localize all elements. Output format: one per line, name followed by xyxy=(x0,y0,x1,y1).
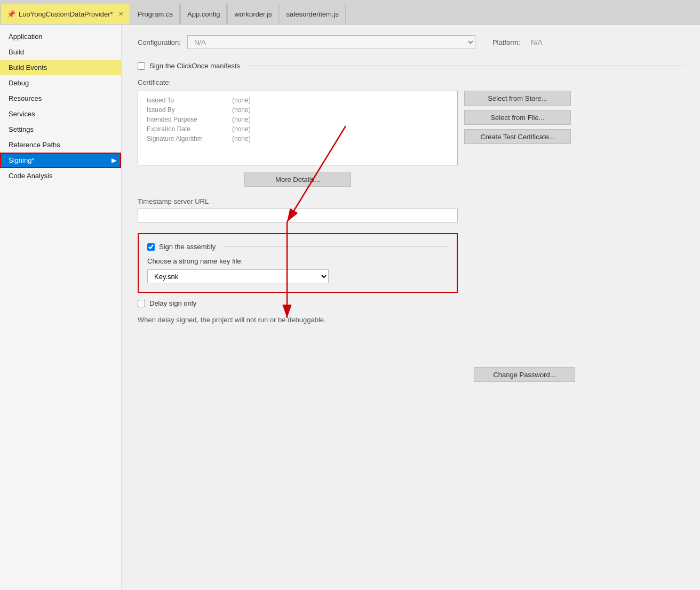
tab-appconfig[interactable]: App.config xyxy=(180,4,227,24)
configuration-select[interactable]: N/A xyxy=(187,35,475,49)
sidebar-item-application[interactable]: Application xyxy=(0,29,121,44)
cert-field-sig-algo: Signature Algorithm xyxy=(147,135,232,142)
cert-area: Issued To (none) Issued By (none) Intend… xyxy=(138,91,684,165)
content-area: Configuration: N/A Platform: N/A Sign th… xyxy=(122,25,700,590)
delay-sign-label: Delay sign only xyxy=(149,299,196,307)
select-file-button[interactable]: Select from File... xyxy=(464,110,571,125)
sign-assembly-row: Sign the assembly xyxy=(147,243,448,251)
sidebar-item-services[interactable]: Services xyxy=(0,106,121,122)
delay-sign-row: Delay sign only xyxy=(138,299,684,307)
cert-field-issued-by: Issued By xyxy=(147,106,232,114)
cert-row-sig-algo: Signature Algorithm (none) xyxy=(147,135,449,142)
cert-box: Issued To (none) Issued By (none) Intend… xyxy=(138,91,458,165)
delay-sign-section: Delay sign only When delay signed, the p… xyxy=(138,299,684,324)
tab-salesorder[interactable]: salesorderitem.js xyxy=(280,4,346,24)
sidebar-item-settings[interactable]: Settings xyxy=(0,122,121,137)
change-password-area: Change Password... xyxy=(474,367,575,382)
tab-label: salesorderitem.js xyxy=(287,10,339,18)
cert-field-intended-purpose: Intended Purpose xyxy=(147,116,232,123)
divider xyxy=(249,66,684,66)
sign-assembly-label: Sign the assembly xyxy=(159,243,216,251)
select-store-button[interactable]: Select from Store... xyxy=(464,91,571,106)
cert-value-issued-by: (none) xyxy=(232,106,251,114)
tab-luoyong[interactable]: 📌 LuoYongCustomDataProvider* ✕ xyxy=(0,4,130,24)
cert-field-expiration: Expiration Date xyxy=(147,125,232,133)
tab-bar: 📌 LuoYongCustomDataProvider* ✕ Program.c… xyxy=(0,0,700,25)
cert-value-issued-to: (none) xyxy=(232,97,251,104)
cert-label: Certificate: xyxy=(138,78,684,86)
main-layout: Application Build Build Events Debug Res… xyxy=(0,25,700,590)
tab-close-icon[interactable]: ✕ xyxy=(118,11,123,18)
more-details-row: More Details... xyxy=(138,172,458,187)
cert-row-issued-to: Issued To (none) xyxy=(147,97,449,104)
sidebar-item-debug[interactable]: Debug xyxy=(0,75,121,91)
delay-sign-note: When delay signed, the project will not … xyxy=(138,316,684,324)
sign-assembly-section: Sign the assembly Choose a strong name k… xyxy=(138,233,458,293)
platform-label: Platform: xyxy=(492,38,520,46)
tab-label: App.config xyxy=(187,10,220,18)
key-file-select[interactable]: Key.snk xyxy=(147,269,329,283)
key-dropdown-row: Key.snk xyxy=(147,269,448,283)
cert-value-intended-purpose: (none) xyxy=(232,116,251,123)
sidebar-item-code-analysis[interactable]: Code Analysis xyxy=(0,168,121,184)
sidebar: Application Build Build Events Debug Res… xyxy=(0,25,122,590)
timestamp-label: Timestamp server URL xyxy=(138,197,684,205)
tab-label: LuoYongCustomDataProvider* xyxy=(19,10,113,18)
platform-value: N/A xyxy=(531,38,543,46)
sidebar-item-build-events[interactable]: Build Events xyxy=(0,60,121,75)
choose-key-label: Choose a strong name key file: xyxy=(147,257,448,265)
sidebar-item-signing[interactable]: Signing* ▶ xyxy=(0,153,121,168)
sidebar-item-reference-paths[interactable]: Reference Paths xyxy=(0,137,121,153)
change-password-button[interactable]: Change Password... xyxy=(474,367,575,382)
sign-divider xyxy=(224,246,448,247)
sign-clickonce-row: Sign the ClickOnce manifests xyxy=(138,62,684,70)
delay-sign-checkbox[interactable] xyxy=(138,300,145,307)
timestamp-section: Timestamp server URL xyxy=(138,197,684,222)
sign-clickonce-label: Sign the ClickOnce manifests xyxy=(149,62,240,70)
config-label: Configuration: xyxy=(138,38,181,46)
tab-pin-icon: 📌 xyxy=(7,10,15,18)
certificate-section: Certificate: Issued To (none) Issued By … xyxy=(138,78,684,187)
tab-workorder[interactable]: workorder.js xyxy=(227,4,279,24)
sign-assembly-checkbox[interactable] xyxy=(147,243,155,251)
tab-program[interactable]: Program.cs xyxy=(131,4,180,24)
sidebar-item-resources[interactable]: Resources xyxy=(0,91,121,106)
cert-row-expiration: Expiration Date (none) xyxy=(147,125,449,133)
timestamp-input[interactable] xyxy=(138,209,458,222)
cert-buttons: Select from Store... Select from File...… xyxy=(464,91,571,165)
sidebar-item-build[interactable]: Build xyxy=(0,44,121,60)
cert-row-intended-purpose: Intended Purpose (none) xyxy=(147,116,449,123)
more-details-button[interactable]: More Details... xyxy=(244,172,351,187)
config-bar: Configuration: N/A Platform: N/A xyxy=(138,35,684,49)
sidebar-arrow-icon: ▶ xyxy=(112,157,116,164)
cert-field-issued-to: Issued To xyxy=(147,97,232,104)
cert-row-issued-by: Issued By (none) xyxy=(147,106,449,114)
tab-label: Program.cs xyxy=(138,10,173,18)
sign-clickonce-checkbox[interactable] xyxy=(138,62,145,70)
create-cert-button[interactable]: Create Test Certificate... xyxy=(464,129,571,144)
cert-value-expiration: (none) xyxy=(232,125,251,133)
tab-label: workorder.js xyxy=(234,10,272,18)
cert-value-sig-algo: (none) xyxy=(232,135,251,142)
